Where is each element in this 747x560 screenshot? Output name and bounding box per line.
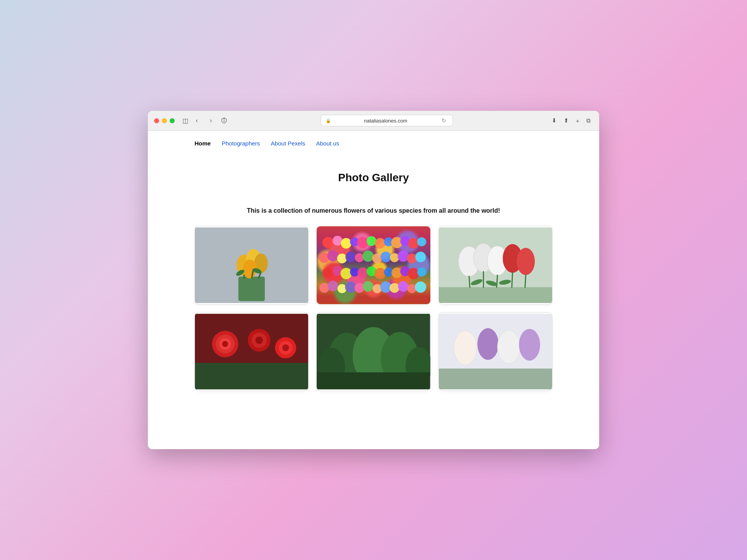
photo-image xyxy=(195,226,308,304)
svg-point-52 xyxy=(354,283,364,293)
svg-point-82 xyxy=(255,336,263,344)
traffic-lights xyxy=(154,118,175,123)
page-description: This is a collection of numerous flowers… xyxy=(195,207,552,214)
svg-point-58 xyxy=(407,284,416,293)
svg-point-38 xyxy=(341,268,352,279)
svg-point-46 xyxy=(408,268,419,279)
svg-point-98 xyxy=(519,329,540,361)
svg-point-40 xyxy=(358,268,368,278)
forward-button[interactable]: › xyxy=(205,115,216,126)
svg-point-34 xyxy=(407,254,417,263)
svg-point-12 xyxy=(323,237,334,248)
photo-image xyxy=(317,226,430,304)
svg-point-96 xyxy=(477,328,498,360)
svg-point-57 xyxy=(398,281,409,292)
svg-point-14 xyxy=(341,238,351,248)
browser-toolbar-left: ◫ ‹ › xyxy=(182,115,216,126)
svg-point-47 xyxy=(417,268,426,276)
photo-card[interactable] xyxy=(438,312,552,391)
photo-image xyxy=(195,313,308,390)
nav-about-us[interactable]: About us xyxy=(316,140,339,147)
svg-point-26 xyxy=(337,254,347,263)
close-button[interactable] xyxy=(154,118,159,123)
photo-card[interactable] xyxy=(195,226,309,304)
browser-toolbar-right: ⬇ ⬆ + ⧉ xyxy=(549,116,593,126)
svg-line-70 xyxy=(525,274,526,288)
browser-window: ◫ ‹ › 🔒 nataliasalones.com ↻ ⬇ ⬆ + ⧉ xyxy=(148,111,599,449)
svg-rect-74 xyxy=(439,287,552,303)
svg-point-22 xyxy=(408,238,419,248)
address-bar[interactable]: 🔒 nataliasalones.com ↻ xyxy=(321,115,453,126)
site-navigation: Home Photographers About Pexels About us xyxy=(148,131,599,156)
svg-point-16 xyxy=(357,237,368,248)
svg-point-42 xyxy=(375,268,386,279)
svg-point-50 xyxy=(338,284,347,293)
svg-point-23 xyxy=(417,237,426,246)
svg-point-32 xyxy=(390,253,399,262)
nav-photographers[interactable]: Photographers xyxy=(222,140,260,147)
svg-line-68 xyxy=(496,275,497,288)
svg-line-66 xyxy=(469,276,470,288)
photo-card[interactable] xyxy=(316,226,430,304)
svg-point-13 xyxy=(333,236,342,245)
maximize-button[interactable] xyxy=(170,118,175,123)
lock-icon: 🔒 xyxy=(326,118,331,123)
svg-point-95 xyxy=(454,331,477,365)
share-button[interactable]: ⬆ xyxy=(561,116,571,126)
tabs-button[interactable]: ⧉ xyxy=(584,116,593,126)
back-button[interactable]: ‹ xyxy=(191,115,202,126)
svg-rect-93 xyxy=(317,372,430,389)
svg-point-56 xyxy=(390,283,400,293)
svg-point-27 xyxy=(345,252,356,262)
svg-point-29 xyxy=(363,250,374,262)
photo-card[interactable] xyxy=(195,312,309,391)
svg-point-25 xyxy=(328,250,339,261)
svg-point-48 xyxy=(319,283,329,293)
photo-card[interactable] xyxy=(316,312,430,391)
page-title: Photo Gallery xyxy=(195,172,552,184)
nav-home[interactable]: Home xyxy=(195,140,211,147)
sidebar-toggle-icon[interactable]: ◫ xyxy=(182,117,188,124)
svg-point-79 xyxy=(222,341,228,347)
photo-image xyxy=(439,226,552,304)
address-bar-container: 🔒 nataliasalones.com ↻ xyxy=(232,115,542,126)
svg-point-28 xyxy=(355,253,364,262)
nav-about-pexels[interactable]: About Pexels xyxy=(271,140,305,147)
website-content: Home Photographers About Pexels About us… xyxy=(148,131,599,449)
svg-point-97 xyxy=(497,331,520,364)
photo-image xyxy=(439,313,552,390)
svg-rect-86 xyxy=(195,363,308,389)
svg-line-69 xyxy=(512,272,512,288)
svg-rect-1 xyxy=(238,276,265,301)
svg-point-33 xyxy=(398,250,409,262)
svg-rect-99 xyxy=(439,369,552,389)
reload-button[interactable]: ↻ xyxy=(440,116,448,125)
svg-point-30 xyxy=(372,254,382,263)
svg-point-18 xyxy=(375,238,386,248)
svg-point-85 xyxy=(282,345,289,351)
svg-point-17 xyxy=(367,236,377,246)
photo-grid xyxy=(195,226,552,391)
minimize-button[interactable] xyxy=(162,118,167,123)
svg-point-54 xyxy=(373,284,382,293)
browser-chrome: ◫ ‹ › 🔒 nataliasalones.com ↻ ⬇ ⬆ + ⧉ xyxy=(148,111,599,131)
svg-point-36 xyxy=(323,268,333,278)
photo-image xyxy=(317,313,430,390)
main-content: Photo Gallery This is a collection of nu… xyxy=(148,156,599,406)
svg-point-59 xyxy=(415,282,426,293)
svg-point-35 xyxy=(416,252,426,262)
new-tab-button[interactable]: + xyxy=(573,116,582,126)
shield-icon xyxy=(221,117,227,124)
svg-point-31 xyxy=(381,252,391,262)
url-text: nataliasalones.com xyxy=(333,118,438,124)
svg-point-65 xyxy=(517,248,535,275)
download-button[interactable]: ⬇ xyxy=(549,116,559,126)
photo-card[interactable] xyxy=(438,226,552,304)
svg-point-49 xyxy=(328,281,338,291)
svg-point-53 xyxy=(363,281,374,292)
